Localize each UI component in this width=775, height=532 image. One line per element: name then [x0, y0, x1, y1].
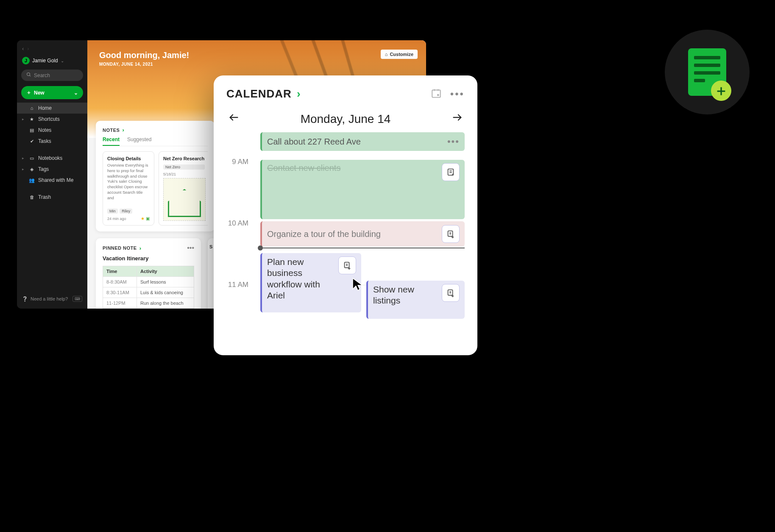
caret-right-icon: ▸ [22, 156, 25, 160]
add-note-button[interactable] [338, 256, 356, 274]
calendar-title[interactable]: CALENDAR [226, 87, 292, 100]
sidebar-item-trash[interactable]: 🗑 Trash [17, 192, 87, 203]
customize-button[interactable]: ⌂ Customize [381, 50, 418, 59]
star-icon: ★ [29, 117, 35, 122]
chevron-right-icon[interactable]: › [139, 245, 142, 251]
plus-icon: ＋ [711, 81, 731, 101]
add-note-button[interactable] [442, 225, 460, 243]
sidebar-item-notebooks[interactable]: ▸▭ Notebooks [17, 153, 87, 164]
table-row: 11-12PMRun along the beach [103, 298, 194, 309]
sidebar-item-label: Shared with Me [38, 177, 73, 183]
svg-line-1 [30, 75, 31, 77]
widget-title-letter: S [209, 244, 212, 249]
note-thumbnail [163, 178, 206, 221]
chevron-right-icon[interactable]: › [122, 127, 124, 133]
new-button-label: New [34, 90, 45, 96]
table-header-row: Time Activity [103, 266, 194, 277]
home-icon: ⌂ [29, 106, 35, 111]
note-title: Net Zero Research [163, 156, 206, 161]
hour-label: 11 AM [226, 281, 251, 289]
event-title: Organize a tour of the building [267, 229, 442, 239]
table-row: 8-8:30AMSurf lessons [103, 277, 194, 287]
customize-label: Customize [390, 52, 413, 57]
calendar-date: Monday, June 14 [301, 112, 391, 126]
more-icon[interactable]: ••• [187, 244, 194, 252]
svg-point-0 [27, 73, 30, 76]
sidebar-item-label: Trash [38, 194, 51, 200]
prev-day-button[interactable] [226, 111, 242, 126]
event-title: Show new listings [373, 284, 442, 306]
search-placeholder: Search [34, 72, 50, 78]
tab-suggested[interactable]: Suggested [127, 136, 151, 146]
calendar-event[interactable]: Show new listings [366, 281, 465, 319]
note-card[interactable]: Net Zero Research Net Zero 5/18/21 [159, 151, 208, 226]
user-name: Jamie Gold [32, 58, 58, 64]
next-day-button[interactable] [449, 111, 465, 126]
sidebar-item-label: Tags [38, 166, 49, 172]
new-button[interactable]: ＋New ⌄ [21, 86, 83, 99]
note-tag: Net Zero [163, 164, 205, 170]
nav-back-icon[interactable]: ‹ [22, 45, 24, 52]
calendar-widget: CALENDAR › ••• Monday, June 14 9 AM 10 A… [214, 75, 477, 355]
note-card[interactable]: Closing Details Overview Everything is h… [103, 151, 154, 226]
plus-icon: ＋ [26, 89, 31, 96]
trash-icon: 🗑 [29, 195, 35, 200]
caret-right-icon: ▸ [22, 117, 25, 121]
keyboard-icon[interactable]: ⌨ [72, 296, 82, 302]
event-title: Plan new business workflow with Ariel [267, 256, 338, 301]
greeting: Good morning, Jamie! [99, 50, 414, 60]
more-icon[interactable]: ••• [447, 136, 460, 147]
calendar-icon[interactable] [431, 88, 442, 100]
sidebar-item-label: Tasks [38, 138, 51, 144]
nav-forward-icon[interactable]: › [27, 45, 29, 52]
sidebar-item-tasks[interactable]: ✔ Tasks [17, 136, 87, 147]
sidebar-item-shortcuts[interactable]: ▸★ Shortcuts [17, 114, 87, 125]
user-menu[interactable]: J Jamie Gold ⌄ [17, 53, 87, 68]
note-date: 5/18/21 [163, 172, 206, 176]
calendar-schedule: 9 AM 10 AM 11 AM Call about 227 Reed Ave… [226, 136, 465, 340]
add-note-button[interactable] [442, 284, 460, 302]
chevron-down-icon: ⌄ [74, 90, 78, 96]
pinned-widget-title[interactable]: PINNED NOTE [103, 245, 137, 251]
svg-point-5 [438, 94, 439, 95]
sidebar-item-home[interactable]: ⌂ Home [17, 103, 87, 114]
calendar-event[interactable]: Plan new business workflow with Ariel [260, 253, 361, 312]
note-timestamp: 24 min ago [107, 217, 126, 221]
calendar-event[interactable]: Contact new clients [260, 160, 465, 219]
home-icon: ⌂ [385, 52, 388, 57]
note-icon: ＋ [688, 48, 726, 96]
sidebar-item-label: Shortcuts [38, 116, 60, 122]
note-body: Overview Everything is here to prep for … [107, 163, 150, 209]
event-title: Contact new clients [267, 163, 442, 173]
calendar-event-allday[interactable]: Call about 227 Reed Ave ••• [260, 132, 465, 151]
sidebar-item-shared[interactable]: 👥 Shared with Me [17, 175, 87, 186]
note-tag: Min [107, 209, 118, 214]
help-icon[interactable]: ❔ [22, 296, 28, 302]
people-icon: 👥 [29, 178, 35, 183]
sidebar-item-label: Home [38, 105, 52, 111]
help-label[interactable]: Need a little help? [31, 296, 68, 301]
notebook-icon: ▭ [29, 156, 35, 161]
sidebar-item-notes[interactable]: ▤ Notes [17, 125, 87, 136]
tab-recent[interactable]: Recent [103, 136, 120, 146]
cursor-icon [350, 276, 365, 292]
search-input[interactable]: Search [21, 70, 83, 81]
now-indicator [260, 248, 465, 248]
pinned-note-widget: PINNED NOTE › ••• Vacation Itinerary Tim… [96, 238, 201, 309]
sidebar-item-tags[interactable]: ▸◈ Tags [17, 164, 87, 175]
svg-rect-2 [432, 90, 440, 97]
calendar-event[interactable]: Organize a tour of the building [260, 221, 465, 247]
notes-widget-title[interactable]: NOTES [103, 128, 120, 133]
table-row: 8:30-11AMLuis & kids canoeing [103, 287, 194, 298]
notes-widget: NOTES › Recent Suggested Closing Details… [96, 121, 215, 231]
itinerary-table: Time Activity 8-8:30AMSurf lessons 8:30-… [103, 266, 194, 309]
more-icon[interactable]: ••• [450, 88, 465, 100]
hour-label: 10 AM [226, 219, 251, 228]
chevron-down-icon: ⌄ [61, 58, 64, 63]
pinned-note-title[interactable]: Vacation Itinerary [103, 255, 194, 262]
note-icon: ▤ [29, 128, 35, 133]
chevron-right-icon[interactable]: › [297, 87, 301, 100]
table-header: Activity [137, 266, 194, 277]
open-note-button[interactable] [442, 163, 460, 181]
new-note-badge[interactable]: ＋ [665, 30, 750, 114]
